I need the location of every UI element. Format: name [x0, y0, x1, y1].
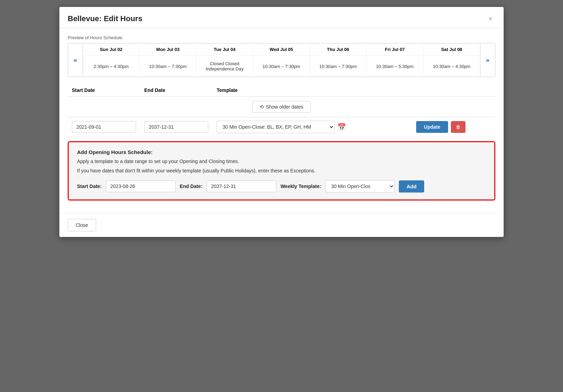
day-content-2: Closed Closed Independence Day — [196, 56, 253, 77]
day-col-5: Fri Jul 0710:30am – 5:30pm — [367, 43, 423, 77]
day-col-2: Tue Jul 04Closed Closed Independence Day — [196, 43, 253, 77]
add-start-date-input[interactable] — [106, 180, 176, 192]
add-weekly-template-label: Weekly Template: — [280, 184, 321, 189]
add-section-desc2: If you have dates that don't fit within … — [77, 167, 486, 174]
col-actions — [412, 84, 495, 97]
next-week-button[interactable]: » — [480, 43, 495, 77]
day-header-0: Sun Jul 02 — [83, 43, 139, 56]
day-content-3: 10:30am – 7:30pm — [253, 56, 309, 77]
day-header-4: Thu Jul 06 — [310, 43, 366, 56]
day-header-2: Tue Jul 04 — [196, 43, 253, 56]
col-end-date: End Date — [140, 84, 213, 97]
chevron-left-double-icon: « — [74, 57, 77, 64]
show-older-button[interactable]: ⟳ Show older dates — [252, 101, 311, 113]
show-older-label: Show older dates — [266, 104, 303, 110]
modal-header: Bellevue: Edit Hours × — [59, 7, 504, 28]
preview-nav: « Sun Jul 022:30pm – 4:30pmMon Jul 0310:… — [68, 43, 495, 77]
day-header-1: Mon Jul 03 — [140, 43, 196, 56]
start-date-display[interactable]: 2021-09-01 — [72, 121, 136, 133]
show-older-row: ⟳ Show older dates — [68, 97, 495, 117]
close-footer-button[interactable]: Close — [68, 219, 96, 231]
schedule-preview: « Sun Jul 022:30pm – 4:30pmMon Jul 0310:… — [68, 43, 495, 77]
update-button[interactable]: Update — [416, 121, 448, 133]
col-start-date: Start Date — [68, 84, 140, 97]
day-col-4: Thu Jul 0610:30am – 7:30pm — [310, 43, 367, 77]
add-section-title: Add Opening Hours Schedule: — [77, 149, 486, 155]
day-col-6: Sat Jul 0810:30am – 4:30pm — [423, 43, 480, 77]
row-actions: Update 🗑 — [412, 117, 495, 137]
day-content-1: 10:30am – 7:30pm — [140, 56, 196, 77]
add-end-date-label: End Date: — [180, 184, 202, 189]
row-template: 30 Min Open-Close: BL, BX, EP, GH, HM 📅 — [212, 117, 412, 137]
close-icon[interactable]: × — [486, 14, 495, 24]
col-template: Template — [212, 84, 412, 97]
history-icon: ⟳ — [260, 104, 264, 110]
actions-wrapper: Update 🗑 — [416, 121, 491, 133]
calendar-icon[interactable]: 📅 — [337, 123, 346, 131]
add-form-row: Start Date: End Date: Weekly Template: 3… — [77, 180, 486, 193]
modal-footer: Close — [59, 213, 504, 237]
delete-button[interactable]: 🗑 — [451, 121, 465, 133]
add-start-date-label: Start Date: — [77, 184, 102, 189]
chevron-right-double-icon: » — [486, 57, 489, 64]
add-weekly-template-select[interactable]: 30 Min Open-Clos — [325, 180, 395, 193]
row-start-date: 2021-09-01 — [68, 117, 140, 137]
template-select[interactable]: 30 Min Open-Close: BL, BX, EP, GH, HM — [217, 121, 335, 133]
day-col-1: Mon Jul 0310:30am – 7:30pm — [140, 43, 196, 77]
end-date-display[interactable]: 2037-12-31 — [144, 121, 209, 133]
day-header-5: Fri Jul 07 — [367, 43, 423, 56]
modal-body: Preview of Hours Schedule: « Sun Jul 022… — [59, 28, 504, 213]
prev-week-button[interactable]: « — [68, 43, 83, 77]
days-grid: Sun Jul 022:30pm – 4:30pmMon Jul 0310:30… — [83, 43, 480, 77]
edit-hours-modal: Bellevue: Edit Hours × Preview of Hours … — [59, 7, 504, 237]
schedule-table: Start Date End Date Template ⟳ Show olde… — [68, 84, 495, 137]
template-select-wrapper: 30 Min Open-Close: BL, BX, EP, GH, HM 📅 — [217, 121, 408, 133]
day-header-6: Sat Jul 08 — [423, 43, 480, 56]
trash-icon: 🗑 — [456, 124, 461, 130]
day-content-6: 10:30am – 4:30pm — [423, 56, 480, 77]
add-section-desc1: Apply a template to a date range to set … — [77, 158, 486, 165]
day-content-5: 10:30am – 5:30pm — [367, 56, 423, 77]
table-row: 2021-09-01 2037-12-31 30 Min Open-Close:… — [68, 117, 495, 137]
add-button[interactable]: Add — [399, 180, 424, 193]
day-col-0: Sun Jul 022:30pm – 4:30pm — [83, 43, 140, 77]
show-older-cell: ⟳ Show older dates — [68, 97, 495, 117]
add-end-date-input[interactable] — [207, 180, 276, 192]
day-col-3: Wed Jul 0510:30am – 7:30pm — [253, 43, 310, 77]
day-header-3: Wed Jul 05 — [253, 43, 309, 56]
row-end-date: 2037-12-31 — [140, 117, 213, 137]
add-hours-section: Add Opening Hours Schedule: Apply a temp… — [68, 141, 495, 201]
modal-title: Bellevue: Edit Hours — [68, 14, 142, 23]
day-content-0: 2:30pm – 4:30pm — [83, 56, 139, 77]
day-content-4: 10:30am – 7:30pm — [310, 56, 366, 77]
preview-label: Preview of Hours Schedule: — [68, 35, 495, 40]
